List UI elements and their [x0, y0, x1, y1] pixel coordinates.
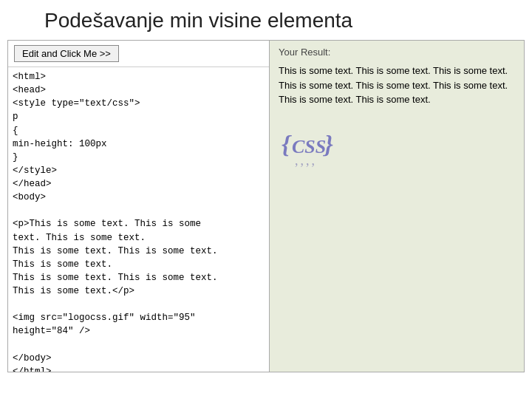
main-container: Edit and Click Me >> Your Result: This i… [7, 40, 525, 372]
your-result-label: Your Result: [279, 47, 515, 58]
svg-text:{: { [282, 131, 292, 158]
svg-text:}: } [323, 131, 333, 158]
right-panel: Your Result: This is some text. This is … [270, 40, 525, 372]
css-logo: { CSS } ,,,, [279, 122, 338, 174]
result-text: This is some text. This is some text. Th… [279, 64, 515, 107]
edit-click-button[interactable]: Edit and Click Me >> [14, 45, 119, 62]
code-editor[interactable] [8, 66, 269, 372]
left-panel: Edit and Click Me >> [7, 40, 270, 372]
svg-text:,,,,: ,,,, [295, 153, 317, 168]
page-title: Podešavanje min visine elementa [0, 0, 532, 40]
